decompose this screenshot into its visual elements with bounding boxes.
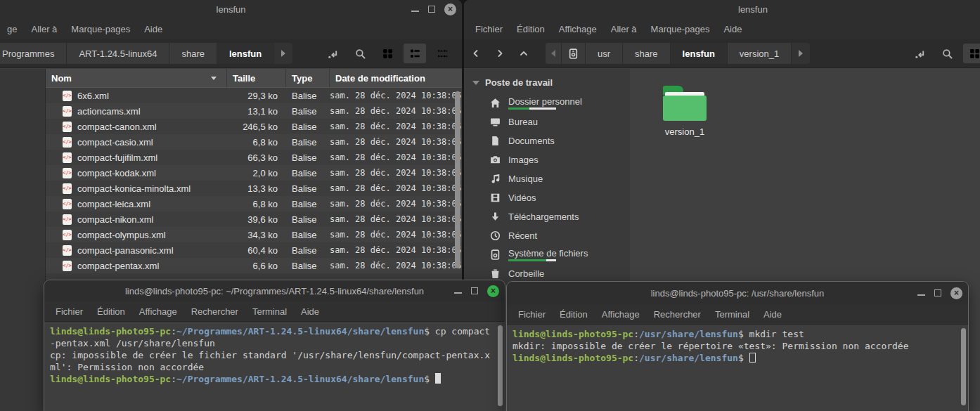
sidebar-item-music[interactable]: Musique [464, 169, 630, 188]
titlebar[interactable]: linds@linds-photo95-pc: /usr/share/lensf… [507, 282, 968, 304]
breadcrumb-expand-button[interactable] [792, 43, 810, 64]
table-row[interactable]: </>actioncams.xml13,1 koBalisesam. 28 dé… [46, 103, 462, 119]
table-row[interactable]: </>compact-fujifilm.xml66,3 koBalisesam.… [46, 150, 462, 165]
folder-item-version-1[interactable]: version_1 [652, 86, 717, 137]
breadcrumb-lensfun[interactable]: lensfun [671, 43, 728, 64]
minimize-button-icon[interactable] [411, 11, 419, 12]
menu-item--dition[interactable]: Édition [90, 306, 132, 317]
list-view-button[interactable] [404, 44, 426, 63]
column-header-size[interactable]: Taille [227, 69, 286, 87]
terminal-scrollbar[interactable] [498, 325, 503, 406]
terminal-text: linds@linds-photo95-pc [512, 329, 633, 339]
sidebar-item-home[interactable]: Dossier personnel [464, 93, 630, 112]
menu-item-aide[interactable]: Aide [294, 306, 326, 317]
location-entry-toggle-icon [915, 48, 925, 59]
sidebar-item-desktop[interactable]: Bureau [464, 112, 630, 131]
table-row[interactable]: </>compact-leica.xml6,8 koBalisesam. 28 … [46, 196, 462, 211]
forward-button[interactable] [488, 43, 512, 64]
table-row[interactable]: </>compact-canon.xml246,5 koBalisesam. 2… [46, 119, 462, 134]
terminal-output[interactable]: linds@linds-photo95-pc:~/Programmes/ART-… [44, 322, 505, 411]
menu-item-aller-[interactable]: Aller à [604, 24, 644, 34]
grid-view-button[interactable] [963, 44, 980, 63]
column-header-name[interactable]: Nom [46, 69, 227, 87]
menu-item-terminal[interactable]: Terminal [245, 306, 294, 317]
sidebar-item-document[interactable]: Documents [464, 131, 630, 150]
breadcrumb-version_1[interactable]: version_1 [728, 43, 792, 64]
table-row[interactable]: </>compact-pentax.xml6,6 koBalisesam. 28… [46, 258, 462, 273]
menu-item-aide[interactable]: Aide [137, 24, 169, 34]
terminal-scrollbar[interactable] [961, 328, 966, 405]
sidebar-item-drive[interactable]: Système de fichiers [464, 245, 630, 264]
menu-bar: FichierÉditionAffichageRechercherTermina… [44, 301, 505, 322]
minimize-button-icon[interactable] [454, 292, 462, 294]
back-button[interactable] [464, 43, 488, 64]
menu-item--dition[interactable]: Édition [510, 24, 552, 34]
terminal-line: cp: impossible de créer le fichier stand… [50, 349, 499, 361]
menu-item-ge[interactable]: ge [0, 24, 24, 34]
table-row[interactable]: </>compact-casio.xml6,8 koBalisesam. 28 … [46, 134, 462, 150]
menu-item--dition[interactable]: Édition [553, 309, 595, 320]
sidebar-item-film[interactable]: Vidéos [464, 188, 630, 207]
column-header-type[interactable]: Type [286, 69, 330, 87]
maximize-button-icon[interactable] [471, 287, 478, 294]
table-row[interactable]: </>compact-nikon.xml39,6 koBalisesam. 28… [46, 211, 462, 227]
breadcrumb-programmes[interactable]: Programmes [0, 43, 67, 64]
grid-view-button[interactable] [376, 44, 399, 63]
table-row[interactable]: </>compact-kodak.xml2,0 koBalisesam. 28 … [46, 165, 462, 181]
maximize-button-icon[interactable] [428, 6, 435, 13]
menu-item-affichage[interactable]: Affichage [552, 24, 604, 34]
terminal-output[interactable]: linds@linds-photo95-pc:/usr/share/lensfu… [507, 325, 968, 411]
maximize-button-icon[interactable] [934, 289, 941, 296]
breadcrumb-usr[interactable]: usr [586, 43, 623, 64]
column-header-date[interactable]: Date de modification [330, 69, 462, 87]
menu-item-affichage[interactable]: Affichage [132, 306, 184, 317]
titlebar[interactable]: lensfun × [0, 0, 462, 18]
breadcrumb-device-button[interactable] [562, 43, 586, 64]
sidebar-item-camera[interactable]: Images [464, 150, 630, 169]
titlebar[interactable]: lensfun [464, 0, 980, 18]
breadcrumb-lensfun[interactable]: lensfun [217, 43, 274, 64]
menu-item-aide[interactable]: Aide [756, 309, 789, 320]
menu-item-aller-[interactable]: Aller à [24, 24, 64, 34]
table-row[interactable]: </>compact-panasonic.xml60,4 koBalisesam… [46, 242, 462, 258]
menu-item-affichage[interactable]: Affichage [595, 309, 647, 320]
titlebar[interactable]: linds@linds-photo95-pc: ~/Programmes/ART… [44, 280, 505, 301]
breadcrumb-art-1.24.5-linux64[interactable]: ART-1.24.5-linux64 [67, 43, 169, 64]
location-entry-toggle-button[interactable] [908, 44, 931, 63]
terminal-line: linds@linds-photo95-pc:~/Programmes/ART-… [50, 373, 499, 385]
terminal-line: -pentax.xml /usr/share/lensfun [50, 337, 499, 349]
breadcrumb-share[interactable]: share [623, 43, 671, 64]
menu-item-fichier[interactable]: Fichier [511, 309, 553, 320]
menu-item-terminal[interactable]: Terminal [708, 309, 756, 320]
location-entry-toggle-icon [328, 48, 338, 59]
table-row[interactable]: </>compact-olympus.xml34,3 koBalisesam. … [46, 227, 462, 242]
close-button-icon[interactable]: × [444, 4, 456, 15]
breadcrumb-share[interactable]: share [169, 43, 217, 64]
search-icon [355, 48, 366, 59]
file-size-cell: 13,3 ko [227, 183, 286, 194]
search-button[interactable] [936, 44, 958, 63]
menu-item-aide[interactable]: Aide [716, 24, 749, 34]
menu-item-rechercher[interactable]: Rechercher [184, 306, 245, 317]
breadcrumb-scroll-left-button[interactable] [546, 43, 562, 64]
compact-view-button[interactable] [431, 44, 453, 63]
close-button-icon[interactable]: × [950, 287, 962, 299]
breadcrumb-expand-button[interactable] [274, 43, 292, 64]
sidebar-item-download[interactable]: Téléchargements [464, 207, 630, 226]
up-button[interactable] [512, 43, 536, 64]
menu-item-fichier[interactable]: Fichier [49, 306, 90, 317]
location-entry-toggle-button[interactable] [321, 44, 344, 63]
list-scrollbar[interactable] [455, 91, 460, 268]
menu-item-marque-pages[interactable]: Marque-pages [64, 24, 137, 34]
search-button[interactable] [349, 44, 371, 63]
minimize-button-icon[interactable] [917, 294, 925, 296]
menu-item-fichier[interactable]: Fichier [468, 24, 510, 34]
terminal-cursor [749, 353, 756, 363]
sidebar-section-header[interactable]: Poste de travail [464, 74, 630, 93]
close-button-icon[interactable]: × [487, 285, 499, 297]
table-row[interactable]: </>6x6.xml29,3 koBalisesam. 28 déc. 2024… [46, 88, 462, 103]
sidebar-item-clock[interactable]: Récent [464, 226, 630, 245]
menu-item-marque-pages[interactable]: Marque-pages [644, 24, 717, 34]
menu-item-rechercher[interactable]: Rechercher [647, 309, 708, 320]
table-row[interactable]: </>compact-konica-minolta.xml13,3 koBali… [46, 181, 462, 196]
